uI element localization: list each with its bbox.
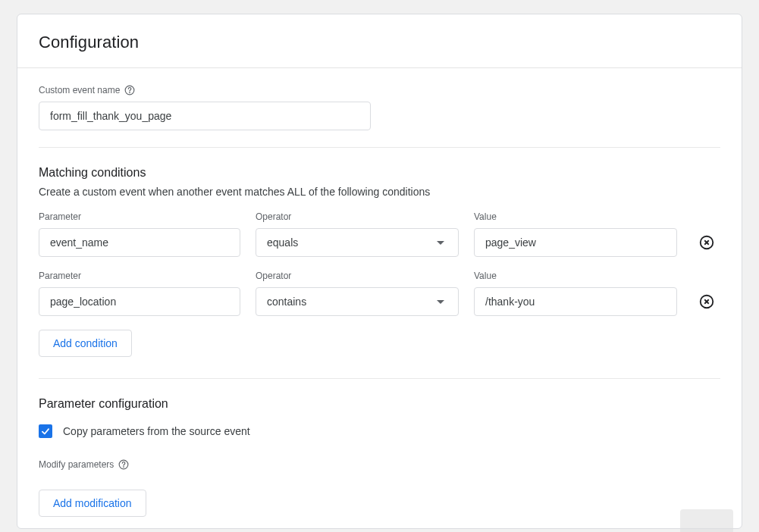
- copy-parameters-label: Copy parameters from the source event: [63, 425, 250, 437]
- parameter-label: Parameter: [39, 271, 240, 281]
- help-icon[interactable]: [124, 85, 135, 95]
- operator-select[interactable]: equals: [256, 228, 459, 257]
- value-input[interactable]: [474, 228, 677, 257]
- obscured-button: [680, 509, 733, 532]
- value-label: Value: [474, 271, 677, 281]
- parameter-configuration-title: Parameter configuration: [39, 397, 720, 411]
- condition-row: Parameter Operator equals Value: [39, 211, 720, 257]
- value-label: Value: [474, 211, 677, 222]
- parameter-label: Parameter: [39, 211, 240, 222]
- matching-conditions-description: Create a custom event when another event…: [39, 186, 720, 198]
- modify-parameters-label: Modify parameters: [39, 459, 720, 470]
- divider: [39, 147, 720, 148]
- delete-condition-button[interactable]: [692, 228, 721, 257]
- parameter-input[interactable]: [39, 287, 240, 316]
- operator-label: Operator: [256, 271, 459, 281]
- help-icon[interactable]: [118, 459, 129, 470]
- custom-event-name-label: Custom event name: [39, 85, 720, 95]
- add-condition-button[interactable]: Add condition: [39, 330, 132, 357]
- operator-label: Operator: [256, 211, 459, 222]
- operator-select[interactable]: contains: [256, 287, 459, 316]
- parameter-input[interactable]: [39, 228, 240, 257]
- svg-point-9: [124, 467, 124, 468]
- divider: [39, 378, 720, 379]
- condition-row: Parameter Operator contains Value: [39, 271, 720, 316]
- matching-conditions-title: Matching conditions: [39, 166, 720, 180]
- configuration-card: Configuration Custom event name Matching…: [17, 14, 742, 529]
- card-body: Custom event name Matching conditions Cr…: [17, 68, 742, 529]
- chevron-down-icon: [437, 300, 444, 304]
- chevron-down-icon: [437, 241, 444, 245]
- custom-event-name-input[interactable]: [39, 102, 371, 130]
- svg-point-1: [130, 92, 130, 93]
- add-modification-button[interactable]: Add modification: [39, 490, 146, 517]
- card-header: Configuration: [17, 14, 742, 68]
- page-title: Configuration: [39, 33, 720, 52]
- copy-parameters-checkbox[interactable]: [39, 424, 52, 438]
- value-input[interactable]: [474, 287, 677, 316]
- delete-condition-button[interactable]: [692, 287, 721, 316]
